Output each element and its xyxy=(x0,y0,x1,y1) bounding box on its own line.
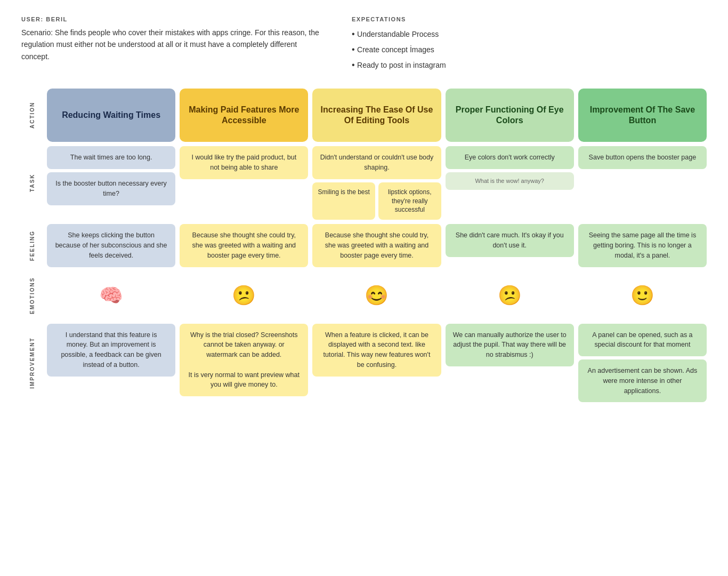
improvement-col1-text: I understand that this feature is money.… xyxy=(47,324,175,377)
emotion-col1: 🧠 xyxy=(47,271,175,319)
feeling-col4-text: She didn't care much. It's okay if you d… xyxy=(446,224,574,257)
col-header-4: Proper Functioning Of Eye Colors xyxy=(446,89,574,142)
task-col2: I would like try the paid product, but n… xyxy=(180,146,308,220)
emotion-col3-emoji: 😊 xyxy=(365,284,389,307)
feeling-col2-text: Because she thought she could try, she w… xyxy=(180,224,308,267)
task-col3-bottom-left: Smiling is the best xyxy=(312,182,375,220)
emotion-col1-emoji: 🧠 xyxy=(99,284,123,307)
improvement-col5-text1: A panel can be opened, such as a special… xyxy=(578,324,707,357)
emotion-col2: 😕 xyxy=(180,271,308,319)
expectations-list: Understandable Process Create concept İm… xyxy=(352,27,707,73)
emotion-col2-emoji: 😕 xyxy=(232,284,256,307)
improvement-col2-text: Why is the trial closed? Screenshots can… xyxy=(180,324,308,397)
emotion-col3: 😊 xyxy=(312,271,441,319)
task-col5: Save button opens the booster page xyxy=(578,146,707,220)
task-col4-item: Eye colors don't work correctly xyxy=(446,146,574,169)
task-col4-extra: What is the wow! anyway? xyxy=(446,172,574,190)
improvement-col3: When a feature is clicked, it can be dis… xyxy=(312,324,441,403)
emotion-col4: 😕 xyxy=(446,271,574,319)
header-section: USER: BERIL Scenario: She finds people w… xyxy=(21,16,707,73)
expectations-label: EXPECTATIONS xyxy=(352,16,707,22)
task-col1: The wait times are too long. Is the boos… xyxy=(47,146,175,220)
page-container: USER: BERIL Scenario: She finds people w… xyxy=(21,16,707,402)
user-label: USER: BERIL xyxy=(21,16,320,22)
task-col2-item: I would like try the paid product, but n… xyxy=(180,146,308,179)
feeling-col5-text: Seeing the same page all the time is get… xyxy=(578,224,707,267)
expectation-item-1: Understandable Process xyxy=(352,27,707,42)
user-info: USER: BERIL Scenario: She finds people w… xyxy=(21,16,320,73)
task-col3-bottom-right: lipstick options, they're really success… xyxy=(378,182,441,220)
expectation-item-2: Create concept İmages xyxy=(352,42,707,58)
task-col5-item: Save button opens the booster page xyxy=(578,146,707,169)
row-label-emotions: EMOTIONS xyxy=(21,271,43,319)
improvement-col2: Why is the trial closed? Screenshots can… xyxy=(180,324,308,403)
improvement-col3-text: When a feature is clicked, it can be dis… xyxy=(312,324,441,377)
improvement-col4: We can manually authorize the user to ad… xyxy=(446,324,574,403)
emotion-col5-emoji: 🙂 xyxy=(630,284,654,307)
row-label-feeling: FEELING xyxy=(21,224,43,267)
improvement-col1: I understand that this feature is money.… xyxy=(47,324,175,403)
expectations-section: EXPECTATIONS Understandable Process Crea… xyxy=(352,16,707,73)
col-header-5: Improvement Of The Save Button xyxy=(578,89,707,142)
emotion-col5: 🙂 xyxy=(578,271,707,319)
emotion-col4-emoji: 😕 xyxy=(498,284,522,307)
improvement-col4-text: We can manually authorize the user to ad… xyxy=(446,324,574,366)
improvement-col5-text2: An advertisement can be shown. Ads were … xyxy=(578,359,707,402)
user-scenario: Scenario: She finds people who cover the… xyxy=(21,27,320,62)
row-label-task: TASK xyxy=(21,146,43,220)
task-col4: Eye colors don't work correctly What is … xyxy=(446,146,574,220)
expectation-item-3: Ready to post in instagram xyxy=(352,58,707,73)
row-label-improvement: IMPROVEMENT xyxy=(21,324,43,403)
feeling-col2: Because she thought she could try, she w… xyxy=(180,224,308,267)
improvement-col5: A panel can be opened, such as a special… xyxy=(578,324,707,403)
feeling-col3: Because she thought she could try, she w… xyxy=(312,224,441,267)
feeling-col1-text: She keeps clicking the button because of… xyxy=(47,224,175,267)
row-label-action: ACTION xyxy=(21,89,43,142)
feeling-col1: She keeps clicking the button because of… xyxy=(47,224,175,267)
feeling-col5: Seeing the same page all the time is get… xyxy=(578,224,707,267)
task-col1-item2: Is the booster button necessary every ti… xyxy=(47,172,175,205)
task-col1-item1: The wait times are too long. xyxy=(47,146,175,169)
col-header-3: Increasing The Ease Of Use Of Editing To… xyxy=(312,89,441,142)
task-col3-top: Didn't understand or couldn't use body s… xyxy=(312,146,441,179)
main-grid: ACTION TASK FEELING EMOTIONS IMPROVEMENT… xyxy=(21,89,707,402)
feeling-col3-text: Because she thought she could try, she w… xyxy=(312,224,441,267)
col-header-2: Making Paid Features More Accessible xyxy=(180,89,308,142)
task-col3: Didn't understand or couldn't use body s… xyxy=(312,146,441,220)
feeling-col4: She didn't care much. It's okay if you d… xyxy=(446,224,574,267)
col-header-1: Reducing Waiting Times xyxy=(47,89,175,142)
